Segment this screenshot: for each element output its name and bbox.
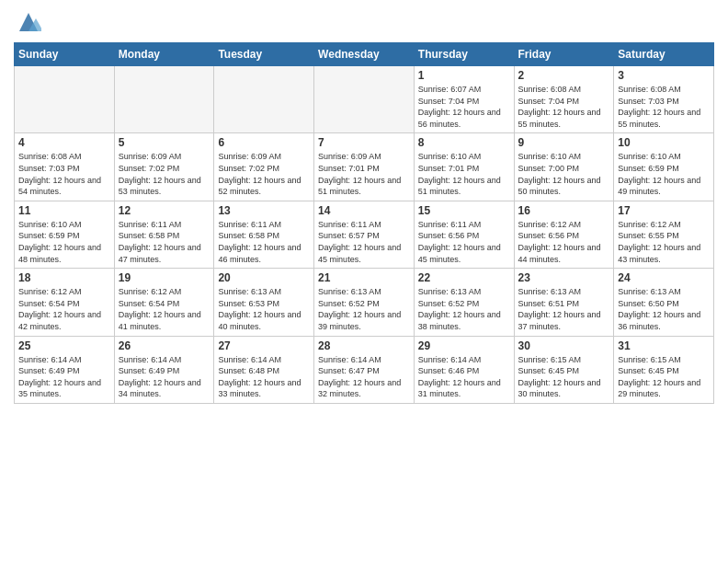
page: SundayMondayTuesdayWednesdayThursdayFrid… (0, 0, 728, 563)
day-info: Sunrise: 6:12 AMSunset: 6:56 PMDaylight:… (518, 219, 610, 265)
day-cell-27: 27Sunrise: 6:14 AMSunset: 6:48 PMDayligh… (214, 336, 314, 403)
day-info: Sunrise: 6:11 AMSunset: 6:58 PMDaylight:… (218, 219, 310, 265)
day-number: 13 (218, 204, 310, 217)
day-cell-13: 13Sunrise: 6:11 AMSunset: 6:58 PMDayligh… (214, 201, 314, 268)
day-cell-17: 17Sunrise: 6:12 AMSunset: 6:55 PMDayligh… (614, 201, 714, 268)
day-info: Sunrise: 6:13 AMSunset: 6:50 PMDaylight:… (618, 286, 710, 332)
day-number: 2 (518, 69, 610, 82)
day-info: Sunrise: 6:15 AMSunset: 6:45 PMDaylight:… (618, 354, 710, 400)
day-header-sunday: Sunday (15, 43, 115, 66)
day-number: 25 (18, 339, 110, 352)
day-cell-23: 23Sunrise: 6:13 AMSunset: 6:51 PMDayligh… (514, 269, 614, 336)
day-info: Sunrise: 6:10 AMSunset: 6:59 PMDaylight:… (618, 151, 710, 197)
day-number: 23 (518, 271, 610, 284)
header (14, 9, 714, 35)
day-cell-7: 7Sunrise: 6:09 AMSunset: 7:01 PMDaylight… (314, 133, 415, 201)
day-cell-22: 22Sunrise: 6:13 AMSunset: 6:52 PMDayligh… (414, 269, 514, 336)
day-info: Sunrise: 6:10 AMSunset: 7:01 PMDaylight:… (418, 151, 510, 197)
day-cell-20: 20Sunrise: 6:13 AMSunset: 6:53 PMDayligh… (214, 269, 314, 336)
day-info: Sunrise: 6:14 AMSunset: 6:49 PMDaylight:… (18, 354, 110, 400)
day-cell-19: 19Sunrise: 6:12 AMSunset: 6:54 PMDayligh… (114, 269, 214, 336)
day-number: 17 (618, 204, 710, 217)
day-cell-11: 11Sunrise: 6:10 AMSunset: 6:59 PMDayligh… (15, 201, 115, 268)
day-info: Sunrise: 6:13 AMSunset: 6:51 PMDaylight:… (518, 286, 610, 332)
day-info: Sunrise: 6:10 AMSunset: 7:00 PMDaylight:… (518, 151, 610, 197)
day-cell-16: 16Sunrise: 6:12 AMSunset: 6:56 PMDayligh… (514, 201, 614, 268)
logo (14, 9, 41, 35)
day-cell-28: 28Sunrise: 6:14 AMSunset: 6:47 PMDayligh… (314, 336, 415, 403)
day-number: 5 (119, 136, 210, 149)
day-number: 29 (418, 339, 510, 352)
day-info: Sunrise: 6:10 AMSunset: 6:59 PMDaylight:… (18, 219, 110, 265)
day-info: Sunrise: 6:14 AMSunset: 6:48 PMDaylight:… (218, 354, 310, 400)
day-cell-18: 18Sunrise: 6:12 AMSunset: 6:54 PMDayligh… (15, 269, 115, 336)
day-info: Sunrise: 6:14 AMSunset: 6:49 PMDaylight:… (119, 354, 210, 400)
day-number: 15 (418, 204, 510, 217)
day-number: 1 (418, 69, 510, 82)
day-number: 27 (218, 339, 310, 352)
day-number: 24 (618, 271, 710, 284)
day-number: 22 (418, 271, 510, 284)
day-number: 6 (218, 136, 310, 149)
day-info: Sunrise: 6:08 AMSunset: 7:03 PMDaylight:… (18, 151, 110, 197)
day-info: Sunrise: 6:08 AMSunset: 7:04 PMDaylight:… (518, 84, 610, 130)
empty-cell (214, 66, 314, 133)
day-header-friday: Friday (514, 43, 614, 66)
day-info: Sunrise: 6:12 AMSunset: 6:55 PMDaylight:… (618, 219, 710, 265)
day-number: 20 (218, 271, 310, 284)
day-cell-5: 5Sunrise: 6:09 AMSunset: 7:02 PMDaylight… (114, 133, 214, 201)
day-number: 28 (318, 339, 410, 352)
day-number: 9 (518, 136, 610, 149)
calendar-week-1: 1Sunrise: 6:07 AMSunset: 7:04 PMDaylight… (15, 66, 714, 133)
day-cell-15: 15Sunrise: 6:11 AMSunset: 6:56 PMDayligh… (414, 201, 514, 268)
day-number: 10 (618, 136, 710, 149)
day-cell-4: 4Sunrise: 6:08 AMSunset: 7:03 PMDaylight… (15, 133, 115, 201)
day-number: 30 (518, 339, 610, 352)
day-info: Sunrise: 6:09 AMSunset: 7:01 PMDaylight:… (318, 151, 410, 197)
day-cell-30: 30Sunrise: 6:15 AMSunset: 6:45 PMDayligh… (514, 336, 614, 403)
calendar-week-2: 4Sunrise: 6:08 AMSunset: 7:03 PMDaylight… (15, 133, 714, 201)
calendar-header-row: SundayMondayTuesdayWednesdayThursdayFrid… (15, 43, 714, 66)
calendar-week-5: 25Sunrise: 6:14 AMSunset: 6:49 PMDayligh… (15, 336, 714, 403)
day-info: Sunrise: 6:13 AMSunset: 6:53 PMDaylight:… (218, 286, 310, 332)
day-number: 16 (518, 204, 610, 217)
day-number: 18 (18, 271, 110, 284)
day-cell-9: 9Sunrise: 6:10 AMSunset: 7:00 PMDaylight… (514, 133, 614, 201)
day-cell-8: 8Sunrise: 6:10 AMSunset: 7:01 PMDaylight… (414, 133, 514, 201)
calendar-week-4: 18Sunrise: 6:12 AMSunset: 6:54 PMDayligh… (15, 269, 714, 336)
calendar-week-3: 11Sunrise: 6:10 AMSunset: 6:59 PMDayligh… (15, 201, 714, 268)
calendar-table: SundayMondayTuesdayWednesdayThursdayFrid… (14, 42, 714, 404)
day-number: 14 (318, 204, 410, 217)
day-cell-31: 31Sunrise: 6:15 AMSunset: 6:45 PMDayligh… (614, 336, 714, 403)
day-info: Sunrise: 6:09 AMSunset: 7:02 PMDaylight:… (119, 151, 210, 197)
day-header-thursday: Thursday (414, 43, 514, 66)
day-info: Sunrise: 6:13 AMSunset: 6:52 PMDaylight:… (418, 286, 510, 332)
empty-cell (314, 66, 415, 133)
day-cell-3: 3Sunrise: 6:08 AMSunset: 7:03 PMDaylight… (614, 66, 714, 133)
day-number: 4 (18, 136, 110, 149)
day-cell-29: 29Sunrise: 6:14 AMSunset: 6:46 PMDayligh… (414, 336, 514, 403)
day-cell-14: 14Sunrise: 6:11 AMSunset: 6:57 PMDayligh… (314, 201, 415, 268)
day-cell-12: 12Sunrise: 6:11 AMSunset: 6:58 PMDayligh… (114, 201, 214, 268)
day-number: 8 (418, 136, 510, 149)
day-cell-1: 1Sunrise: 6:07 AMSunset: 7:04 PMDaylight… (414, 66, 514, 133)
day-info: Sunrise: 6:13 AMSunset: 6:52 PMDaylight:… (318, 286, 410, 332)
day-info: Sunrise: 6:14 AMSunset: 6:46 PMDaylight:… (418, 354, 510, 400)
day-info: Sunrise: 6:15 AMSunset: 6:45 PMDaylight:… (518, 354, 610, 400)
day-header-wednesday: Wednesday (314, 43, 415, 66)
day-cell-25: 25Sunrise: 6:14 AMSunset: 6:49 PMDayligh… (15, 336, 115, 403)
day-info: Sunrise: 6:07 AMSunset: 7:04 PMDaylight:… (418, 84, 510, 130)
day-info: Sunrise: 6:14 AMSunset: 6:47 PMDaylight:… (318, 354, 410, 400)
day-info: Sunrise: 6:08 AMSunset: 7:03 PMDaylight:… (618, 84, 710, 130)
day-info: Sunrise: 6:11 AMSunset: 6:57 PMDaylight:… (318, 219, 410, 265)
day-cell-24: 24Sunrise: 6:13 AMSunset: 6:50 PMDayligh… (614, 269, 714, 336)
day-number: 21 (318, 271, 410, 284)
day-header-saturday: Saturday (614, 43, 714, 66)
day-number: 3 (618, 69, 710, 82)
day-number: 11 (18, 204, 110, 217)
day-cell-2: 2Sunrise: 6:08 AMSunset: 7:04 PMDaylight… (514, 66, 614, 133)
day-info: Sunrise: 6:11 AMSunset: 6:58 PMDaylight:… (119, 219, 210, 265)
day-number: 12 (119, 204, 210, 217)
empty-cell (15, 66, 115, 133)
day-cell-21: 21Sunrise: 6:13 AMSunset: 6:52 PMDayligh… (314, 269, 415, 336)
